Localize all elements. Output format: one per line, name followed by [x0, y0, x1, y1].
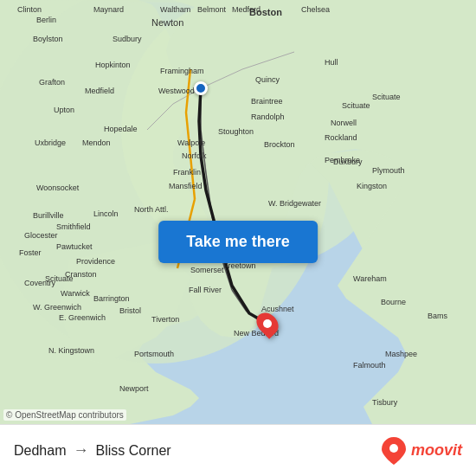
svg-text:Upton: Upton [54, 106, 74, 114]
svg-text:Boylston: Boylston [33, 35, 63, 43]
svg-text:Sudbury: Sudbury [113, 35, 142, 43]
svg-text:Grafton: Grafton [39, 78, 65, 87]
svg-text:Hopkinton: Hopkinton [95, 61, 131, 69]
moovit-text: moovit [411, 441, 462, 460]
svg-text:Pawtucket: Pawtucket [56, 242, 93, 251]
bottom-bar: Dedham → Bliss Corner moovit [0, 424, 476, 476]
svg-text:North Attl.: North Attl. [134, 205, 169, 214]
svg-text:Portsmouth: Portsmouth [134, 350, 174, 358]
svg-text:Medford: Medford [232, 5, 261, 14]
moovit-logo: moovit [380, 437, 462, 465]
svg-text:Framingham: Framingham [160, 67, 204, 75]
svg-text:Somerset: Somerset [190, 266, 224, 274]
svg-text:Randolph: Randolph [251, 113, 285, 121]
destination-label: Bliss Corner [95, 443, 170, 459]
svg-text:Norwell: Norwell [331, 119, 357, 127]
svg-text:Waltham: Waltham [160, 5, 190, 14]
svg-text:Bams: Bams [428, 312, 448, 320]
svg-text:Glocester: Glocester [24, 231, 58, 240]
svg-text:Mashpee: Mashpee [385, 350, 417, 358]
svg-text:Falmouth: Falmouth [353, 361, 386, 370]
svg-text:N. Kingstown: N. Kingstown [48, 346, 94, 355]
svg-text:Quincy: Quincy [255, 75, 280, 84]
svg-text:Tiverton: Tiverton [151, 315, 179, 324]
svg-text:Bourne: Bourne [381, 298, 406, 306]
svg-text:Pembroke: Pembroke [325, 156, 360, 164]
svg-text:Fall River: Fall River [189, 286, 222, 294]
svg-text:Uxbridge: Uxbridge [35, 138, 66, 147]
svg-text:Providence: Providence [76, 257, 115, 266]
destination-marker [258, 312, 277, 336]
svg-text:Wareham: Wareham [353, 274, 387, 283]
svg-text:Hull: Hull [325, 58, 338, 67]
svg-text:Westwood: Westwood [158, 87, 195, 95]
svg-text:Hopedale: Hopedale [104, 125, 138, 133]
svg-text:Mendon: Mendon [82, 138, 111, 147]
svg-text:Plymouth: Plymouth [372, 166, 405, 175]
route-arrow-icon: → [73, 441, 88, 460]
svg-text:Kingston: Kingston [357, 182, 387, 190]
origin-marker [194, 81, 208, 95]
svg-text:W. Greenwich: W. Greenwich [33, 303, 81, 312]
svg-text:Norfolk: Norfolk [182, 151, 207, 160]
svg-text:Warwick: Warwick [61, 289, 90, 298]
svg-text:Brockton: Brockton [264, 140, 295, 149]
svg-text:Braintree: Braintree [251, 97, 283, 106]
svg-text:Scituate: Scituate [342, 101, 370, 110]
svg-text:W. Bridgewater: W. Bridgewater [268, 199, 321, 208]
svg-text:Medfield: Medfield [85, 87, 114, 95]
svg-text:Woonsocket: Woonsocket [36, 183, 80, 192]
svg-text:Lincoln: Lincoln [93, 209, 119, 218]
svg-text:Barrington: Barrington [93, 294, 130, 303]
svg-text:Berlin: Berlin [36, 16, 56, 24]
svg-text:Scituate: Scituate [372, 93, 401, 101]
origin-label: Dedham [14, 443, 66, 459]
svg-text:Newport: Newport [119, 384, 149, 393]
svg-text:Clinton: Clinton [17, 5, 42, 14]
svg-text:Tisbury: Tisbury [372, 398, 398, 407]
svg-text:Burillville: Burillville [33, 211, 64, 220]
svg-text:Scituate: Scituate [45, 274, 74, 283]
map-attribution: © OpenStreetMap contributors [3, 409, 126, 421]
map-container: Newton Boston Medford Belmont Waltham Ma… [0, 0, 476, 424]
svg-text:Chelsea: Chelsea [301, 5, 330, 14]
svg-text:Mansfield: Mansfield [169, 182, 203, 190]
svg-text:Rockland: Rockland [325, 133, 357, 142]
svg-text:Stoughton: Stoughton [218, 127, 254, 136]
take-me-there-button[interactable]: Take me there [158, 221, 318, 263]
svg-text:Newton: Newton [151, 17, 183, 28]
svg-text:E. Greenwich: E. Greenwich [59, 313, 106, 322]
route-info: Dedham → Bliss Corner [14, 441, 171, 460]
svg-text:Franklin: Franklin [173, 168, 201, 177]
moovit-icon [382, 437, 406, 465]
svg-text:Bristol: Bristol [119, 306, 141, 315]
svg-text:Belmont: Belmont [197, 5, 227, 14]
svg-text:Maynard: Maynard [93, 5, 124, 14]
svg-text:Walpole: Walpole [177, 138, 205, 147]
svg-text:Foster: Foster [19, 248, 42, 257]
svg-point-97 [389, 444, 398, 453]
svg-text:Smithfield: Smithfield [56, 222, 91, 231]
